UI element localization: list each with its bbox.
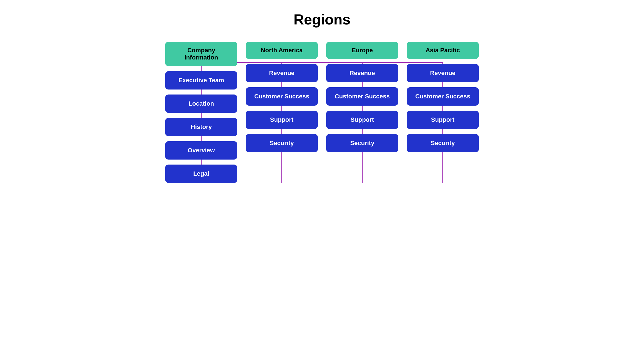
child-node-north-america-2[interactable]: Support — [246, 111, 318, 129]
chart-container: Company InformationExecutive TeamLocatio… — [161, 42, 483, 183]
child-node-company-information-3[interactable]: Overview — [165, 141, 237, 160]
columns-wrapper: Company InformationExecutive TeamLocatio… — [161, 42, 483, 183]
top-node-asia-pacific[interactable]: Asia Pacific — [407, 42, 479, 59]
child-node-company-information-4[interactable]: Legal — [165, 165, 237, 183]
child-node-company-information-0[interactable]: Executive Team — [165, 71, 237, 90]
top-node-europe[interactable]: Europe — [326, 42, 398, 59]
child-node-north-america-1[interactable]: Customer Success — [246, 87, 318, 106]
top-node-north-america[interactable]: North America — [246, 42, 318, 59]
child-node-company-information-1[interactable]: Location — [165, 95, 237, 113]
child-node-europe-1[interactable]: Customer Success — [326, 87, 398, 106]
page-title: Regions — [161, 11, 483, 28]
column-north-america: North AmericaRevenueCustomer SuccessSupp… — [242, 42, 322, 183]
child-node-europe-0[interactable]: Revenue — [326, 64, 398, 82]
page-container: Regions Company InformationExecutive Tea… — [161, 11, 483, 183]
child-node-asia-pacific-2[interactable]: Support — [407, 111, 479, 129]
child-node-europe-2[interactable]: Support — [326, 111, 398, 129]
child-node-asia-pacific-3[interactable]: Security — [407, 134, 479, 152]
child-node-asia-pacific-0[interactable]: Revenue — [407, 64, 479, 82]
column-company-information: Company InformationExecutive TeamLocatio… — [161, 42, 242, 183]
column-asia-pacific: Asia PacificRevenueCustomer SuccessSuppo… — [402, 42, 483, 183]
top-node-company-information[interactable]: Company Information — [165, 42, 237, 66]
child-node-company-information-2[interactable]: History — [165, 118, 237, 136]
child-node-asia-pacific-1[interactable]: Customer Success — [407, 87, 479, 106]
child-node-europe-3[interactable]: Security — [326, 134, 398, 152]
child-node-north-america-0[interactable]: Revenue — [246, 64, 318, 82]
column-europe: EuropeRevenueCustomer SuccessSupportSecu… — [322, 42, 402, 183]
child-node-north-america-3[interactable]: Security — [246, 134, 318, 152]
